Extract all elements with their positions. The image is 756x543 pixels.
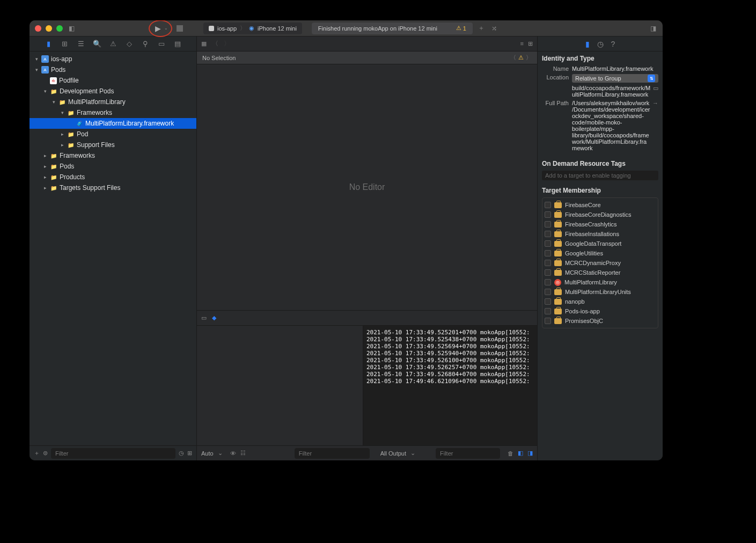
tree-row[interactable]: ▸📁Pod [30,129,196,140]
console-filter-input[interactable] [436,448,500,459]
history-inspector-tab[interactable]: ◷ [597,40,604,48]
debug-navigator-tab[interactable]: ⚲ [141,39,150,49]
tree-row[interactable]: ▸📁Targets Support Files [30,182,196,193]
project-navigator-tab[interactable]: ▮ [44,39,54,49]
ondemand-tag-input[interactable]: Add to a target to enable tagging [542,171,658,180]
source-control-tab[interactable]: ⊞ [60,39,70,49]
tree-row[interactable]: ▾📁Development Pods [30,86,196,97]
recent-icon[interactable]: ◷ [179,450,184,457]
issue-warning-icon[interactable]: ⚠ [518,54,524,61]
eye-icon[interactable]: 👁 [230,450,236,457]
add-icon[interactable]: ＋ [477,24,486,33]
tree-row[interactable]: ▾📁MultiPlatformLibrary [30,97,196,107]
scm-filter-icon[interactable]: ⊞ [187,450,192,457]
trash-icon[interactable]: 🗑 [508,450,513,457]
tree-row[interactable]: ▸📁Support Files [30,140,196,150]
test-navigator-tab[interactable]: ◇ [124,39,134,49]
add-editor-icon[interactable]: ⊞ [528,40,533,47]
project-tree[interactable]: ▾Aios-app▾APodsrbPodfile▾📁Development Po… [30,52,196,445]
target-checkbox[interactable] [545,318,551,324]
warning-badge[interactable]: ⚠ 1 [456,25,466,32]
disclosure-icon[interactable]: ▾ [34,56,39,62]
breakpoint-navigator-tab[interactable]: ▭ [157,39,166,49]
target-checkbox[interactable] [545,269,551,276]
issue-navigator-tab[interactable]: ⚠ [108,39,118,49]
scheme-device-label: iPhone 12 mini [258,25,297,32]
stop-button[interactable] [177,25,183,32]
editor-options-icon[interactable]: ≡ [520,40,524,47]
nav-forward-icon[interactable]: 〉 [224,39,230,48]
target-checkbox[interactable] [545,240,551,247]
jump-prev-icon[interactable]: 〈 [510,54,516,62]
symbol-navigator-tab[interactable]: ☰ [76,39,86,49]
target-checkbox[interactable] [545,298,551,305]
navigator-filter-input[interactable] [51,448,175,459]
disclosure-icon[interactable]: ▸ [42,153,48,158]
find-navigator-tab[interactable]: 🔍 [92,39,102,49]
add-file-icon[interactable]: ＋ [34,449,40,457]
ruby-file-icon: rb [50,77,57,84]
auto-label[interactable]: Auto [201,450,214,457]
show-variables-icon[interactable]: ◧ [518,450,523,457]
suitcase-icon [554,289,562,295]
tree-row[interactable]: ▸📁Products [30,172,196,182]
target-checkbox[interactable] [545,260,551,266]
warning-icon: ⚠ [456,25,461,32]
library-icon[interactable]: ⤮ [490,24,498,33]
target-checkbox[interactable] [545,231,551,237]
show-console-icon[interactable]: ◨ [527,450,533,457]
activity-status[interactable]: Finished running mokoApp on iPhone 12 mi… [312,23,473,34]
tree-row[interactable]: ▾APods [30,64,196,75]
target-checkbox[interactable] [545,221,551,228]
disclosure-icon[interactable]: ▾ [51,99,56,105]
location-select[interactable]: Relative to Group ⇅ [572,74,658,83]
tree-row[interactable]: ▸📁Frameworks [30,150,196,161]
choose-path-icon[interactable]: ▭ [653,85,658,92]
report-navigator-tab[interactable]: ▤ [173,39,182,49]
target-checkbox[interactable] [545,211,551,218]
disclosure-icon[interactable]: ▸ [42,185,48,190]
quicklook-icon[interactable]: ☷ [240,450,246,457]
tree-row[interactable]: rbPodfile [30,75,196,86]
all-output-label[interactable]: All Output [380,450,406,457]
inspector-toggle-icon[interactable]: ◨ [649,24,657,33]
disclosure-icon[interactable]: ▸ [42,174,48,180]
target-checkbox[interactable] [545,308,551,314]
debug-view-icon[interactable]: ▭ [201,314,207,321]
variables-view[interactable] [197,326,363,445]
nav-back-icon[interactable]: 〈 [212,39,218,48]
zoom-window[interactable] [56,25,63,32]
filter-scope-icon[interactable]: ⊜ [43,450,48,457]
jump-next-icon[interactable]: 〉 [526,54,532,62]
debug-breakpoint-icon[interactable]: ◆ [212,314,216,321]
run-button[interactable]: ▶ [155,24,161,33]
sidebar-toggle-icon[interactable]: ◧ [67,24,76,33]
target-checkbox[interactable] [545,279,551,285]
disclosure-icon[interactable]: ▾ [42,89,48,94]
disclosure-icon[interactable]: ▸ [60,131,65,137]
minimize-window[interactable] [46,25,52,32]
console-output[interactable]: 2021-05-10 17:33:49.525201+0700 mokoApp[… [363,326,537,445]
disclosure-icon[interactable]: ▸ [42,164,48,169]
tree-label: Development Pods [60,87,114,95]
variables-filter-input[interactable] [295,448,370,459]
folder-icon: 📁 [67,141,75,149]
target-checkbox[interactable] [545,289,551,295]
tree-row[interactable]: ▾Aios-app [30,54,196,64]
tree-row[interactable]: ▾📁Frameworks [30,107,196,118]
scheme-selector[interactable]: ios-app 〉 ◉ iPhone 12 mini [203,23,302,34]
disclosure-icon[interactable]: ▾ [60,110,65,115]
target-checkbox[interactable] [545,202,551,208]
related-items-icon[interactable]: ▦ [201,40,207,47]
disclosure-icon[interactable]: ▾ [34,67,39,72]
reveal-path-icon[interactable]: → [652,100,658,106]
file-inspector-tab[interactable]: ▮ [585,40,590,48]
tree-row[interactable]: ▸📁Pods [30,161,196,172]
target-checkbox[interactable] [545,250,551,256]
close-window[interactable] [35,25,41,32]
disclosure-icon[interactable]: ▸ [60,142,65,148]
run-menu-chevron[interactable]: ⌄ [164,26,168,31]
name-field-value[interactable]: MultiPlatformLibrary.framework [572,65,658,72]
tree-row[interactable]: 🧳MultiPlatformLibrary.framework [30,118,196,129]
help-inspector-tab[interactable]: ? [611,40,615,48]
